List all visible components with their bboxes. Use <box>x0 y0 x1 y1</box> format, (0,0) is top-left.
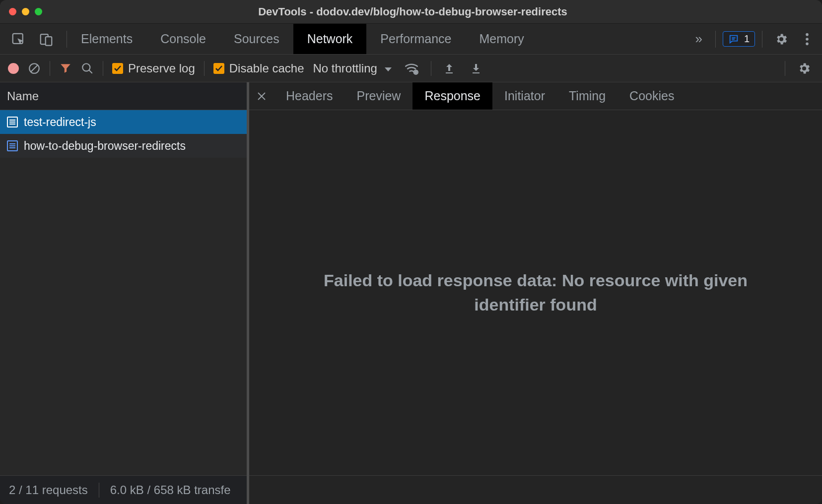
detail-status-bar <box>249 475 822 504</box>
request-name: how-to-debug-browser-redirects <box>24 139 186 153</box>
record-button[interactable] <box>8 63 19 74</box>
response-body: Failed to load response data: No resourc… <box>249 110 822 475</box>
tab-memory[interactable]: Memory <box>465 24 538 54</box>
settings-button[interactable] <box>769 32 793 46</box>
detail-tab-response[interactable]: Response <box>412 82 492 110</box>
network-toolbar: Preserve log Disable cache No throttling <box>0 55 822 82</box>
preserve-log-checkbox[interactable]: Preserve log <box>112 62 195 75</box>
search-button[interactable] <box>81 62 94 75</box>
status-request-count: 2 / 11 requests <box>9 483 88 497</box>
svg-point-6 <box>806 38 809 41</box>
checkbox-checked-icon <box>112 63 123 74</box>
detail-tab-timing[interactable]: Timing <box>557 82 617 110</box>
tab-sources[interactable]: Sources <box>220 24 293 54</box>
devtools-main-tabs: Elements Console Sources Network Perform… <box>0 24 822 55</box>
tab-elements[interactable]: Elements <box>67 24 146 54</box>
svg-point-13 <box>415 71 416 73</box>
svg-line-9 <box>31 65 38 71</box>
gear-icon <box>774 32 788 46</box>
requests-status-bar: 2 / 11 requests 6.0 kB / 658 kB transfe <box>0 475 247 504</box>
message-icon <box>728 34 739 45</box>
window-title: DevTools - dodov.dev/blog/how-to-debug-b… <box>42 5 783 18</box>
request-row[interactable]: test-redirect-js <box>0 110 247 134</box>
more-tabs-button[interactable]: » <box>689 31 708 47</box>
caret-down-icon <box>384 62 392 75</box>
clear-icon <box>28 62 41 75</box>
svg-point-7 <box>806 42 809 45</box>
funnel-icon <box>59 62 72 75</box>
network-settings-button[interactable] <box>794 62 814 75</box>
filter-button[interactable] <box>59 62 72 75</box>
traffic-lights <box>9 8 42 15</box>
search-icon <box>81 62 94 75</box>
window-titlebar: DevTools - dodov.dev/blog/how-to-debug-b… <box>0 0 822 24</box>
svg-point-10 <box>82 63 90 71</box>
throttling-select[interactable]: No throttling <box>313 62 392 75</box>
console-messages-badge[interactable]: 1 <box>723 31 755 47</box>
status-transfer: 6.0 kB / 658 kB transfe <box>110 483 231 497</box>
close-window-button[interactable] <box>9 8 16 15</box>
inspect-element-icon[interactable] <box>11 32 26 47</box>
divider <box>762 31 762 48</box>
download-icon <box>470 62 482 75</box>
tab-console[interactable]: Console <box>146 24 220 54</box>
disable-cache-label: Disable cache <box>229 62 304 75</box>
svg-rect-15 <box>473 72 480 73</box>
throttling-value: No throttling <box>313 62 377 75</box>
detail-tabs: Headers Preview Response Initiator Timin… <box>249 82 822 110</box>
checkbox-checked-icon <box>213 63 224 74</box>
column-header-name[interactable]: Name <box>0 82 247 110</box>
detail-tab-initiator[interactable]: Initiator <box>492 82 557 110</box>
divider <box>99 483 99 498</box>
divider <box>103 61 103 76</box>
import-har-button[interactable] <box>467 62 485 75</box>
close-icon <box>257 92 266 101</box>
divider <box>785 61 785 76</box>
divider <box>431 61 431 76</box>
preserve-log-label: Preserve log <box>128 62 195 75</box>
divider <box>204 61 205 76</box>
response-error-message: Failed to load response data: No resourc… <box>322 268 749 317</box>
device-toolbar-icon[interactable] <box>39 32 54 47</box>
detail-tab-headers[interactable]: Headers <box>274 82 345 110</box>
upload-icon <box>443 62 455 75</box>
more-menu-button[interactable] <box>800 32 814 46</box>
svg-rect-2 <box>46 37 52 46</box>
message-count: 1 <box>744 33 750 45</box>
svg-rect-14 <box>446 72 453 73</box>
gear-icon <box>797 62 811 75</box>
request-detail-pane: Headers Preview Response Initiator Timin… <box>249 82 822 504</box>
detail-tab-preview[interactable]: Preview <box>345 82 413 110</box>
request-name: test-redirect-js <box>24 116 96 129</box>
minimize-window-button[interactable] <box>22 8 29 15</box>
disable-cache-checkbox[interactable]: Disable cache <box>213 62 304 75</box>
tab-network[interactable]: Network <box>293 24 367 54</box>
export-har-button[interactable] <box>440 62 458 75</box>
maximize-window-button[interactable] <box>35 8 42 15</box>
tab-performance[interactable]: Performance <box>366 24 465 54</box>
detail-tab-cookies[interactable]: Cookies <box>617 82 686 110</box>
request-row[interactable]: how-to-debug-browser-redirects <box>0 134 247 158</box>
close-detail-button[interactable] <box>249 82 274 110</box>
clear-button[interactable] <box>28 62 41 75</box>
network-conditions-button[interactable] <box>401 62 422 75</box>
divider <box>50 61 50 76</box>
document-icon <box>7 140 18 151</box>
document-icon <box>7 117 18 127</box>
svg-line-11 <box>89 70 92 73</box>
svg-point-5 <box>806 33 809 36</box>
divider <box>715 31 716 48</box>
requests-pane: Name test-redirect-js how-to-debug-brows… <box>0 82 249 504</box>
kebab-icon <box>805 32 809 46</box>
requests-list: test-redirect-js how-to-debug-browser-re… <box>0 110 247 475</box>
wifi-gear-icon <box>404 62 419 75</box>
